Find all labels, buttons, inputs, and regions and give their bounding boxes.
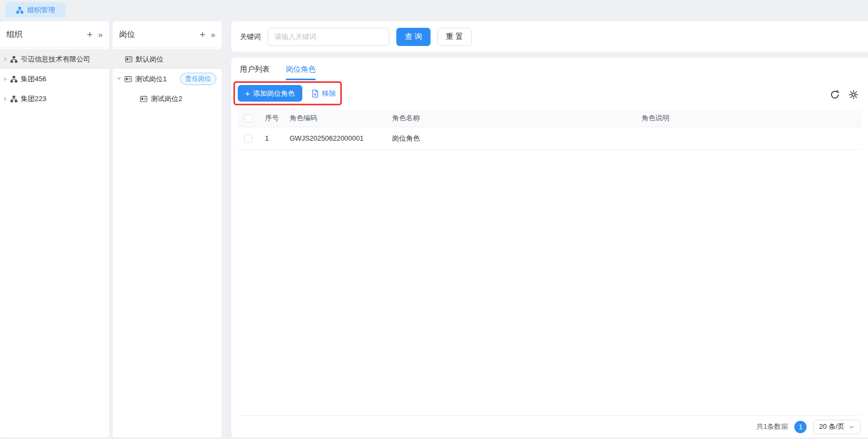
caret-right-icon[interactable]: [4, 57, 7, 61]
position-tree-item-label: 默认岗位: [136, 55, 163, 64]
cell-index: 1: [259, 134, 284, 142]
position-tree-item-label: 测试岗位1: [135, 74, 167, 84]
select-all-checkbox[interactable]: [244, 114, 253, 122]
reset-button[interactable]: 重 置: [437, 28, 472, 46]
position-tree-item-test1[interactable]: 测试岗位1 责任岗位: [113, 69, 222, 89]
query-button[interactable]: 查 询: [396, 28, 431, 46]
org-node-icon: [10, 95, 18, 103]
responsible-position-badge: 责任岗位: [180, 73, 216, 85]
tab-position-role[interactable]: 岗位角色: [286, 58, 316, 81]
plus-icon: +: [245, 89, 250, 97]
org-tree-item-label: 引迈信息技术有限公司: [21, 55, 90, 64]
position-tree-item-default[interactable]: 默认岗位: [113, 49, 222, 69]
search-bar: 关键词 查 询 重 置: [231, 21, 868, 52]
settings-gear-icon[interactable]: [849, 90, 858, 99]
position-card-icon: [140, 95, 147, 103]
org-node-icon: [10, 56, 18, 63]
keyword-label: 关键词: [240, 32, 261, 42]
org-node-icon: [10, 75, 18, 83]
org-tree-item-company[interactable]: 引迈信息技术有限公司: [0, 49, 109, 69]
window-tab-org-management[interactable]: 组织管理: [5, 2, 66, 18]
position-tree-item-test2[interactable]: 测试岗位2: [113, 89, 222, 109]
add-position-role-button[interactable]: + 添加岗位角色: [238, 85, 302, 102]
position-tree: 默认岗位 测试岗位1 责任岗位: [113, 48, 222, 109]
org-tree-item-label: 集团223: [21, 94, 46, 104]
organization-tree: 引迈信息技术有限公司 集团456: [0, 48, 109, 109]
org-tree-item-group456[interactable]: 集团456: [0, 69, 109, 89]
organization-panel-header: 组织 + »: [0, 21, 109, 48]
collapse-panel-icon[interactable]: »: [211, 30, 215, 39]
window-tab-label: 组织管理: [27, 5, 55, 15]
caret-right-icon[interactable]: [4, 77, 7, 81]
page-number-button[interactable]: 1: [794, 421, 807, 433]
position-tree-item-label: 测试岗位2: [151, 94, 182, 104]
keyword-input[interactable]: [268, 28, 389, 46]
header-role-code: 角色编码: [284, 113, 386, 123]
position-panel-header: 岗位 + »: [113, 21, 222, 48]
remove-button[interactable]: 移除: [311, 89, 336, 98]
chevron-down-icon: [849, 424, 855, 430]
remove-document-icon: [311, 89, 319, 98]
org-tree-item-group223[interactable]: 集团223: [0, 89, 109, 109]
header-role-description: 角色说明: [636, 113, 862, 123]
row-checkbox[interactable]: [244, 134, 253, 143]
caret-right-icon[interactable]: [4, 97, 7, 101]
pagination-bar: 共1条数据 1 20 条/页: [238, 415, 861, 437]
role-table: 序号 角色编码 角色名称 角色说明 1 GWJS20250622000001 岗…: [238, 110, 862, 150]
toolbar: + 添加岗位角色 移除: [231, 81, 868, 110]
page-size-select[interactable]: 20 条/页: [813, 420, 861, 434]
collapse-panel-icon[interactable]: »: [98, 30, 103, 39]
cell-role-name: 岗位角色: [386, 134, 636, 143]
table-header-row: 序号 角色编码 角色名称 角色说明: [238, 110, 862, 127]
total-count-label: 共1条数据: [756, 422, 788, 432]
table-row[interactable]: 1 GWJS20250622000001 岗位角色: [238, 127, 862, 150]
cell-role-code: GWJS20250622000001: [284, 134, 386, 142]
header-role-name: 角色名称: [386, 113, 636, 123]
content-card: 用户列表 岗位角色 + 添加岗位角色 移除: [231, 58, 868, 437]
org-tree-item-label: 集团456: [21, 74, 46, 84]
position-card-icon: [124, 75, 132, 83]
header-index: 序号: [259, 113, 284, 123]
refresh-icon[interactable]: [830, 90, 840, 99]
tab-user-list[interactable]: 用户列表: [240, 58, 270, 81]
content-tabs: 用户列表 岗位角色: [231, 58, 868, 81]
add-position-icon[interactable]: +: [200, 29, 206, 40]
position-panel-title: 岗位: [119, 29, 194, 40]
org-chart-icon: [16, 6, 24, 14]
caret-down-icon[interactable]: [117, 78, 121, 80]
position-card-icon: [125, 56, 132, 63]
add-organization-icon[interactable]: +: [87, 29, 93, 40]
organization-panel-title: 组织: [6, 29, 82, 40]
position-panel: 岗位 + » 默认岗位 测试岗: [113, 21, 222, 437]
organization-panel: 组织 + » 引迈信息技术有限公司: [0, 21, 109, 437]
